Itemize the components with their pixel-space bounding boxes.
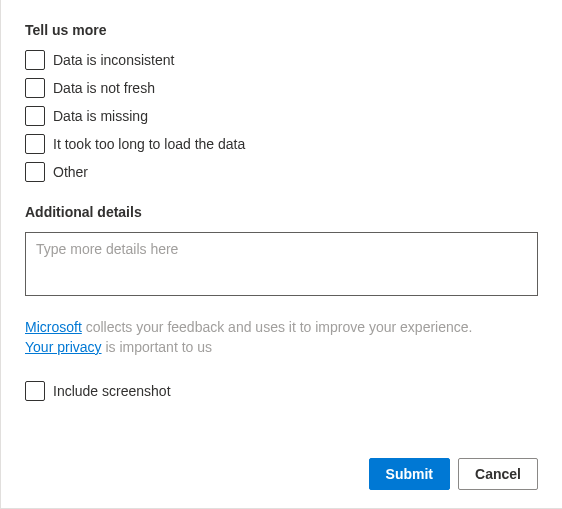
legal-text-2: is important to us — [102, 339, 213, 355]
checkbox-box-icon — [25, 106, 45, 126]
additional-details-wrap — [25, 232, 538, 299]
checkbox-label: Data is missing — [53, 108, 148, 124]
checkbox-too-long-load[interactable]: It took too long to load the data — [25, 134, 538, 154]
checkbox-label: It took too long to load the data — [53, 136, 245, 152]
checkbox-box-icon — [25, 50, 45, 70]
additional-details-textarea[interactable] — [25, 232, 538, 296]
include-screenshot-label: Include screenshot — [53, 383, 171, 399]
checkbox-box-icon — [25, 134, 45, 154]
cancel-button[interactable]: Cancel — [458, 458, 538, 490]
checkbox-data-inconsistent[interactable]: Data is inconsistent — [25, 50, 538, 70]
checkbox-label: Data is not fresh — [53, 80, 155, 96]
legal-text: Microsoft collects your feedback and use… — [25, 317, 538, 357]
checkbox-box-icon — [25, 162, 45, 182]
checkbox-data-missing[interactable]: Data is missing — [25, 106, 538, 126]
microsoft-link[interactable]: Microsoft — [25, 319, 82, 335]
submit-button[interactable]: Submit — [369, 458, 450, 490]
footer-button-row: Submit Cancel — [369, 458, 538, 490]
privacy-link[interactable]: Your privacy — [25, 339, 102, 355]
feedback-panel: Tell us more Data is inconsistent Data i… — [1, 0, 562, 401]
checkbox-label: Other — [53, 164, 88, 180]
checkbox-box-icon — [25, 78, 45, 98]
checkbox-other[interactable]: Other — [25, 162, 538, 182]
legal-text-1: collects your feedback and uses it to im… — [82, 319, 473, 335]
tell-us-more-heading: Tell us more — [25, 22, 538, 38]
additional-details-heading: Additional details — [25, 204, 538, 220]
checkbox-box-icon — [25, 381, 45, 401]
checkbox-data-not-fresh[interactable]: Data is not fresh — [25, 78, 538, 98]
feedback-checkbox-group: Data is inconsistent Data is not fresh D… — [25, 50, 538, 182]
checkbox-label: Data is inconsistent — [53, 52, 174, 68]
include-screenshot-checkbox[interactable]: Include screenshot — [25, 381, 538, 401]
